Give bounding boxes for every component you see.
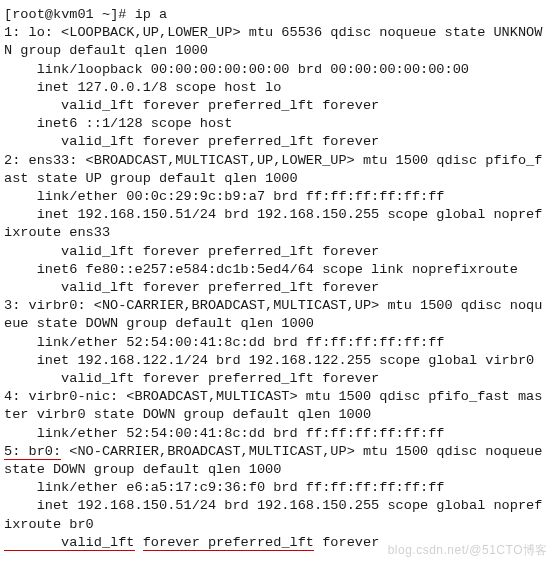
iface-lo-valid2: valid_lft forever preferred_lft forever <box>4 134 379 149</box>
prompt-host: kvm01 <box>53 7 94 22</box>
shell-prompt: [root@kvm01 ~]# <box>4 7 135 22</box>
iface-lo-valid1: valid_lft forever preferred_lft forever <box>4 98 379 113</box>
iface-virbr0nic-link: link/ether 52:54:00:41:8c:dd brd ff:ff:f… <box>4 426 445 441</box>
iface-br0-prefix: 5: <box>4 444 28 460</box>
iface-ens33-link: link/ether 00:0c:29:9c:b9:a7 brd ff:ff:f… <box>4 189 445 204</box>
iface-lo-header: 1: lo: <LOOPBACK,UP,LOWER_UP> mtu 65536 … <box>4 25 542 58</box>
iface-ens33-inet6: inet6 fe80::e257:e584:dc1b:5ed4/64 scope… <box>4 262 518 277</box>
iface-lo-inet: inet 127.0.0.1/8 scope host lo <box>4 80 281 95</box>
iface-virbr0-header: 3: virbr0: <NO-CARRIER,BROADCAST,MULTICA… <box>4 298 542 331</box>
iface-br0-name: br0: <box>28 444 61 460</box>
iface-ens33-valid1: valid_lft forever preferred_lft forever <box>4 244 379 259</box>
terminal-output: [root@kvm01 ~]# ip a 1: lo: <LOOPBACK,UP… <box>0 0 554 558</box>
iface-ens33-valid2: valid_lft forever preferred_lft forever <box>4 280 379 295</box>
iface-virbr0-valid1: valid_lft forever preferred_lft forever <box>4 371 379 386</box>
iface-virbr0nic-header: 4: virbr0-nic: <BROADCAST,MULTICAST> mtu… <box>4 389 542 422</box>
iface-br0-valid: valid_lft forever preferred_lft forever <box>4 535 379 551</box>
iface-lo-inet6: inet6 ::1/128 scope host <box>4 116 232 131</box>
iface-virbr0-link: link/ether 52:54:00:41:8c:dd brd ff:ff:f… <box>4 335 445 350</box>
prompt-user: root <box>12 7 45 22</box>
iface-ens33-header: 2: ens33: <BROADCAST,MULTICAST,UP,LOWER_… <box>4 153 542 186</box>
prompt-cwd: ~ <box>102 7 110 22</box>
prompt-symbol: # <box>118 7 126 22</box>
iface-br0-header: 5: br0: <NO-CARRIER,BROADCAST,MULTICAST,… <box>4 444 551 477</box>
iface-ens33-inet: inet 192.168.150.51/24 brd 192.168.150.2… <box>4 207 542 240</box>
iface-virbr0-inet: inet 192.168.122.1/24 brd 192.168.122.25… <box>4 353 534 368</box>
iface-br0-rest: <NO-CARRIER,BROADCAST,MULTICAST,UP> mtu … <box>4 444 551 477</box>
iface-br0-inet: inet 192.168.150.51/24 brd 192.168.150.2… <box>4 498 542 531</box>
iface-lo-link: link/loopback 00:00:00:00:00:00 brd 00:0… <box>4 62 469 77</box>
iface-br0-link: link/ether e6:a5:17:c9:36:f0 brd ff:ff:f… <box>4 480 445 495</box>
command-text: ip a <box>135 7 168 22</box>
